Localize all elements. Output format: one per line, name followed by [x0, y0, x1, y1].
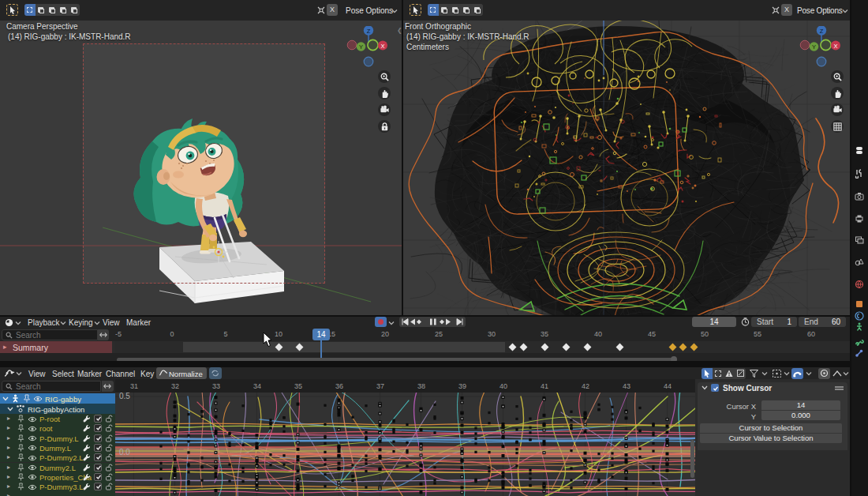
svg-text:X: X [833, 43, 837, 50]
svg-text:X: X [380, 43, 384, 50]
svg-text:Z: Z [820, 28, 824, 35]
svg-text:Z: Z [367, 28, 371, 35]
svg-text:Y: Y [812, 43, 816, 51]
svg-text:Y: Y [359, 43, 363, 51]
